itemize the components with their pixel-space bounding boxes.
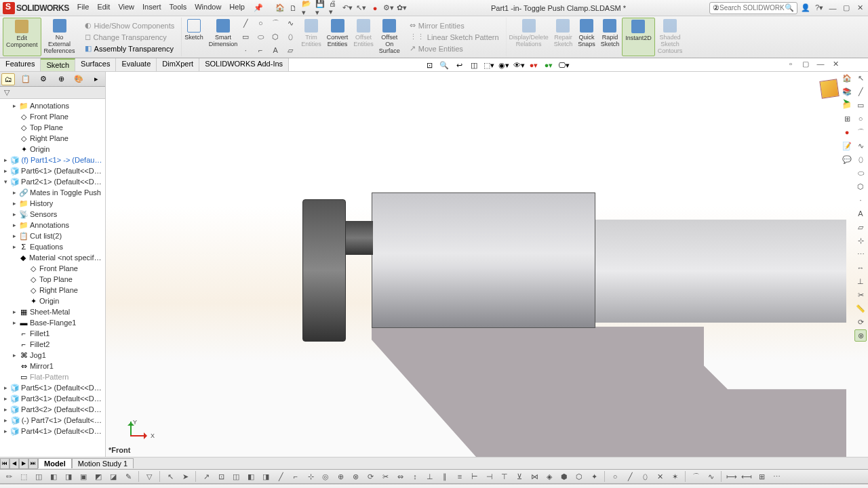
bt-7[interactable]: ⌐ [290,470,302,483]
tree-item[interactable]: ▸🧊Part6<1> (Default<<Defa... [1,165,104,176]
tree-toggle-icon[interactable]: ▸ [3,417,9,424]
menu-edit[interactable]: Edit [97,3,110,14]
bt-24[interactable]: ◈ [543,470,555,483]
help-icon[interactable]: ?▾ [814,3,825,14]
rail-arc-icon[interactable]: ⌒ [854,126,867,138]
filter-bar[interactable]: ▽ [0,87,105,99]
tree-toggle-icon[interactable]: ▸ [3,167,9,174]
bt-12[interactable]: ⟳ [364,470,376,483]
feature-tree-tab-icon[interactable]: 🗂 [1,73,15,85]
zoom-area-icon[interactable]: 🔍 [438,59,450,71]
bt-star-icon[interactable]: ✶ [669,470,681,483]
tab-dimxpert[interactable]: DimXpert [157,58,199,71]
vp-restore-icon[interactable]: ▫ [785,58,796,69]
rail-slot-icon[interactable]: ⬭ [854,167,867,179]
file-explorer-icon[interactable]: 📁 [841,99,853,111]
bt-11[interactable]: ⊗ [349,470,361,483]
tree-item[interactable]: ▸🧊(-) Part7<1> (Default<<... [1,415,104,426]
bt-15[interactable]: ↕ [409,470,421,483]
tree-toggle-icon[interactable] [20,265,27,272]
tree-toggle-icon[interactable] [20,287,27,293]
bt-1[interactable]: ↗ [200,470,212,483]
tree-item[interactable]: ▸🧊Part3<1> (Default<<Defa... [1,393,104,404]
apply-scene-icon[interactable]: ●▾ [542,59,555,71]
tree-item[interactable]: ▸🧊Part5<1> (Default<<Defa... [1,382,104,393]
rail-ellipse-icon[interactable]: ⬯ [854,153,867,165]
edit-component-button[interactable]: Edit Component [3,18,41,56]
bt-3[interactable]: ◫ [230,470,242,483]
tree-item[interactable]: ✦Origin [1,296,104,306]
bt-17[interactable]: ∥ [439,470,451,483]
home-icon[interactable]: 🏠 [275,3,285,14]
tree-item[interactable]: ▾🧊Part2<1> (Default<<Defa... [1,176,104,187]
bt-5[interactable]: ◨ [260,470,272,483]
configuration-tab-icon[interactable]: ⚙ [37,73,50,85]
bt-dim2-icon[interactable]: ⟻ [741,470,753,483]
menu-insert[interactable]: Insert [142,3,161,14]
tree-item[interactable]: ▸🔗Mates in Toggle Push [1,187,104,198]
rail-conv-icon[interactable]: ⟳ [854,316,867,328]
dimxpert-tab-icon[interactable]: ⊕ [54,73,68,85]
display-style-icon[interactable]: ◉▾ [498,59,510,71]
tab-first-icon[interactable]: ⏮ [0,458,9,469]
feature-tree[interactable]: ▸📁Annotations◇Front Plane◇Top Plane◇Righ… [0,99,105,457]
settings-icon[interactable]: ✿▾ [397,3,408,14]
bt-grid-icon[interactable]: ⊞ [755,470,768,483]
tab-last-icon[interactable]: ⏭ [28,458,38,469]
menu-window[interactable]: Window [195,3,221,14]
bt-box5-icon[interactable]: ◩ [92,470,104,483]
rail-poly-icon[interactable]: ⬡ [854,180,867,192]
tree-item[interactable]: ◇Front Plane [1,263,104,274]
quick-snaps-button[interactable]: Quick Snaps [575,18,598,56]
no-external-refs-button[interactable]: No External References [41,18,78,56]
rail-select-icon[interactable]: ↖ [854,72,867,84]
tree-item[interactable]: ◇Top Plane [1,122,104,133]
bt-3dsketch-icon[interactable]: ⬚ [18,470,30,483]
bt-23[interactable]: ⋈ [528,470,540,483]
rail-dim-icon[interactable]: ↔ [854,262,867,274]
offset-on-surface-button[interactable]: Offset On Surface [376,18,403,56]
forum-icon[interactable]: 💬 [841,153,853,165]
rail-text-icon[interactable]: A [854,207,867,220]
search-icon[interactable]: 🔍 [785,3,794,12]
bt-sketch-icon[interactable]: ✏ [3,470,15,483]
spline-icon[interactable]: ∿ [285,18,296,28]
rail-exit-icon[interactable]: ⊗ [854,329,867,342]
tree-toggle-icon[interactable]: ▸ [3,384,9,391]
tree-item[interactable]: ▸📁History [1,198,104,209]
model-tab[interactable]: Model [38,458,72,468]
offset-entities-button[interactable]: Offset Entities [351,18,376,56]
edit-appearance-icon[interactable]: ●▾ [528,59,540,71]
previous-view-icon[interactable]: ↩ [453,59,465,71]
tree-toggle-icon[interactable] [20,276,27,283]
menu-file[interactable]: File [77,3,90,14]
rail-more-icon[interactable]: ⋯ [854,248,867,260]
tree-toggle-icon[interactable]: ▸ [11,211,18,218]
tree-toggle-icon[interactable] [11,341,18,348]
rail-line-icon[interactable]: ╱ [854,85,867,98]
ellipse-icon[interactable]: ⬯ [285,31,296,42]
tree-item[interactable]: ▸📡Sensors [1,209,104,220]
sw-resources-icon[interactable]: 🏠 [841,72,853,84]
open-icon[interactable]: 📂▾ [302,3,313,14]
new-icon[interactable]: 🗋 [288,3,299,14]
property-manager-tab-icon[interactable]: 📋 [19,73,33,85]
tree-toggle-icon[interactable] [11,146,18,152]
rail-spline-icon[interactable]: ∿ [854,140,867,152]
options-icon[interactable]: ⚙▾ [383,3,394,14]
tree-toggle-icon[interactable]: ▸ [11,102,18,109]
custom-props-icon[interactable]: 📝 [841,140,853,152]
tree-toggle-icon[interactable]: ▸ [11,243,18,250]
appearances-icon[interactable]: ● [841,126,853,138]
maximize-icon[interactable]: ▢ [841,3,852,14]
tab-evaluate[interactable]: Evaluate [116,58,157,71]
tree-toggle-icon[interactable]: ▸ [11,200,18,207]
tree-toggle-icon[interactable] [11,124,18,131]
pin-icon[interactable]: 📌 [253,3,264,14]
design-library-icon[interactable]: 📚 [841,85,853,98]
tree-toggle-icon[interactable] [11,254,18,261]
tab-next-icon[interactable]: ▶ [19,458,28,469]
tree-item[interactable]: ▸🧊(f) Part1<1> -> (Default<< [1,155,104,165]
tree-toggle-icon[interactable] [11,113,18,120]
bt-box1-icon[interactable]: ◫ [33,470,45,483]
